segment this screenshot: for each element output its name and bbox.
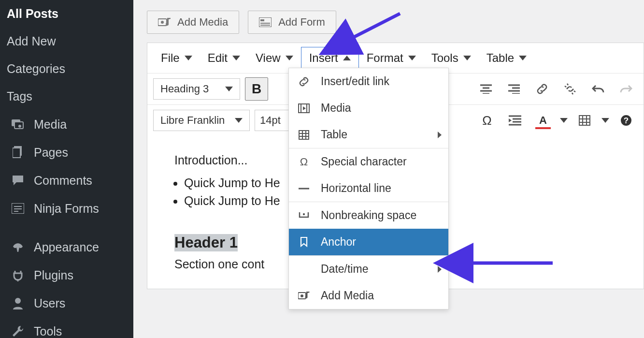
- menu-item-label: Table: [321, 128, 347, 141]
- menu-item-horizontal-line[interactable]: Horizontal line: [289, 175, 448, 202]
- svg-text:?: ?: [624, 116, 629, 125]
- add-media-button[interactable]: Add Media: [147, 11, 239, 34]
- menu-item-label: Anchor: [321, 235, 356, 249]
- menu-file[interactable]: File: [153, 47, 200, 69]
- sidebar-label: Ninja Forms: [34, 202, 99, 216]
- menu-item-label: Add Media: [321, 289, 374, 302]
- indent-button[interactable]: [503, 109, 527, 132]
- redo-button[interactable]: [615, 77, 638, 101]
- menu-item-special-char[interactable]: Ω Special character: [289, 148, 448, 175]
- sidebar-label: Plugins: [34, 268, 73, 282]
- menu-item-nonbreaking-space[interactable]: Nonbreaking space: [289, 202, 448, 229]
- svg-point-47: [301, 294, 303, 297]
- align-center-button[interactable]: [474, 77, 498, 101]
- svg-marker-39: [303, 106, 306, 110]
- text-color-button[interactable]: A: [531, 109, 555, 132]
- help-button[interactable]: ?: [615, 109, 638, 132]
- chevron-down-icon: [185, 56, 192, 60]
- table-button[interactable]: [573, 109, 596, 132]
- bold-button[interactable]: B: [245, 77, 268, 101]
- tools-icon: [11, 324, 25, 338]
- menu-item-date-time[interactable]: Date/time: [289, 255, 448, 282]
- users-icon: [11, 296, 25, 310]
- link-button[interactable]: [530, 77, 554, 101]
- sidebar-label: All Posts: [7, 7, 58, 21]
- sidebar-item-tools[interactable]: Tools: [0, 317, 133, 338]
- menu-item-label: Insert/edit link: [321, 75, 389, 88]
- insert-dropdown-menu: Insert/edit link Media Table Ω Special c…: [288, 68, 449, 309]
- text-color-dropdown[interactable]: [559, 109, 568, 132]
- menu-edit[interactable]: Edit: [200, 47, 248, 69]
- svg-point-9: [15, 298, 21, 304]
- annotation-arrow-anchor: [457, 253, 558, 273]
- svg-rect-13: [260, 19, 264, 21]
- undo-button[interactable]: [587, 77, 610, 101]
- sidebar-label: Appearance: [34, 240, 99, 254]
- sidebar-item-users[interactable]: Users: [0, 289, 133, 317]
- svg-rect-29: [579, 116, 590, 125]
- form-icon: [11, 201, 25, 216]
- menu-view[interactable]: View: [248, 47, 301, 69]
- sidebar-label: Categories: [7, 62, 65, 76]
- font-family-select[interactable]: Libre Franklin: [153, 110, 250, 131]
- svg-point-11: [161, 21, 164, 24]
- menu-item-label: Special character: [321, 155, 407, 168]
- sidebar-item-ninja-forms[interactable]: Ninja Forms: [0, 194, 133, 222]
- svg-point-2: [18, 125, 21, 128]
- chevron-down-icon: [560, 118, 568, 123]
- sidebar-item-categories[interactable]: Categories: [0, 55, 133, 83]
- sidebar-item-comments[interactable]: Comments: [0, 166, 133, 194]
- svg-rect-4: [13, 148, 20, 158]
- menu-item-label: Date/time: [321, 263, 368, 276]
- font-size-select[interactable]: 14pt: [255, 110, 293, 131]
- chevron-down-icon: [235, 118, 243, 123]
- menu-format[interactable]: Format: [359, 47, 424, 69]
- sidebar-item-plugins[interactable]: Plugins: [0, 261, 133, 289]
- sidebar-item-media[interactable]: Media: [0, 110, 133, 138]
- link-icon: [298, 75, 310, 88]
- table-icon: [298, 129, 310, 141]
- paragraph-style-select[interactable]: Heading 3: [153, 78, 240, 100]
- menu-item-media[interactable]: Media: [289, 95, 448, 121]
- sidebar-item-add-new[interactable]: Add New: [0, 28, 133, 55]
- special-char-button[interactable]: Ω: [475, 109, 499, 132]
- camera-music-icon: [158, 16, 171, 29]
- comments-icon: [11, 173, 25, 188]
- menu-item-label: Horizontal line: [321, 182, 391, 195]
- svg-marker-28: [509, 118, 512, 122]
- chevron-down-icon: [286, 56, 293, 60]
- unlink-button[interactable]: [558, 77, 582, 101]
- add-form-button[interactable]: Add Form: [248, 11, 336, 34]
- menu-insert[interactable]: Insert: [301, 47, 359, 69]
- sidebar-label: Add New: [7, 34, 56, 48]
- hr-icon: [298, 182, 310, 195]
- menu-item-add-media[interactable]: Add Media: [289, 282, 448, 309]
- menu-tools[interactable]: Tools: [424, 47, 479, 69]
- menu-table[interactable]: Table: [479, 47, 534, 69]
- plugins-icon: [11, 268, 25, 282]
- sidebar-label: Pages: [34, 146, 68, 160]
- film-icon: [298, 102, 310, 115]
- camera-music-icon: [298, 290, 310, 302]
- svg-line-48: [349, 14, 400, 40]
- header-1: Header 1: [174, 234, 238, 251]
- appearance-icon: [11, 240, 25, 254]
- admin-sidebar: All Posts Add New Categories Tags Media …: [0, 0, 133, 338]
- sidebar-label: Media: [34, 118, 67, 132]
- sidebar-item-all-posts[interactable]: All Posts: [0, 0, 133, 28]
- chevron-down-icon: [232, 56, 240, 60]
- anchor-icon: [298, 236, 310, 249]
- align-right-button[interactable]: [502, 77, 526, 101]
- sidebar-label: Users: [34, 296, 65, 310]
- media-icon: [11, 117, 25, 132]
- sidebar-item-tags[interactable]: Tags: [0, 83, 133, 110]
- menu-item-table[interactable]: Table: [289, 121, 448, 148]
- menu-item-anchor[interactable]: Anchor: [289, 229, 448, 255]
- button-label: Add Media: [177, 16, 228, 29]
- menu-item-insert-link[interactable]: Insert/edit link: [289, 68, 448, 95]
- sidebar-item-pages[interactable]: Pages: [0, 138, 133, 166]
- table-dropdown[interactable]: [601, 109, 610, 132]
- chevron-down-icon: [225, 87, 233, 91]
- sidebar-item-appearance[interactable]: Appearance: [0, 233, 133, 261]
- pages-icon: [11, 145, 25, 160]
